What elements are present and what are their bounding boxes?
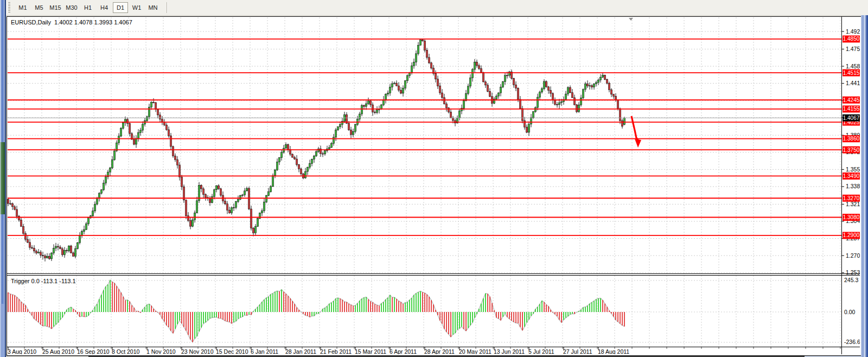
candle-body bbox=[600, 77, 602, 80]
candle-body bbox=[298, 164, 300, 169]
candle-body bbox=[607, 79, 608, 83]
candle-body bbox=[476, 62, 478, 66]
tf-button-H4[interactable]: H4 bbox=[97, 2, 112, 13]
price-level-badge-text: 1.3860 bbox=[843, 136, 860, 142]
candle-body bbox=[609, 83, 610, 90]
candle-body bbox=[396, 83, 398, 86]
tf-button-W1[interactable]: W1 bbox=[129, 2, 144, 13]
candle-body bbox=[470, 78, 471, 86]
candle-body bbox=[385, 94, 387, 100]
date-label: 25 Aug 2010 bbox=[42, 348, 74, 354]
candle-body bbox=[381, 105, 382, 109]
candle-body bbox=[92, 211, 94, 216]
candle-body bbox=[331, 143, 333, 147]
date-label: 1 Nov 2010 bbox=[146, 348, 176, 354]
candle-body bbox=[60, 247, 61, 248]
candle-body bbox=[539, 92, 541, 97]
date-label: 15 Dec 2010 bbox=[216, 348, 248, 354]
candle-body bbox=[246, 188, 248, 191]
tf-button-M30[interactable]: M30 bbox=[64, 2, 79, 13]
left-window-edge bbox=[0, 0, 6, 357]
indicator-envelope-line bbox=[8, 280, 624, 342]
trend-arrow-head bbox=[635, 139, 641, 148]
toolbar-grip-icon[interactable] bbox=[8, 2, 10, 13]
candle-body bbox=[615, 96, 617, 100]
price-level-badge-text: 1.4850 bbox=[843, 36, 860, 42]
candle-body bbox=[583, 90, 584, 98]
tf-button-M15[interactable]: M15 bbox=[48, 2, 63, 13]
candle-body bbox=[164, 123, 165, 125]
candle-body bbox=[337, 127, 339, 130]
candle-body bbox=[557, 105, 558, 105]
candle-body bbox=[596, 82, 597, 84]
candle-body bbox=[526, 127, 528, 132]
background-app-sliver bbox=[1, 142, 5, 214]
candle-body bbox=[604, 75, 606, 80]
candle-body bbox=[554, 100, 556, 105]
tf-button-M5[interactable]: M5 bbox=[31, 2, 47, 13]
candle-body bbox=[593, 84, 595, 87]
candle-body bbox=[544, 81, 545, 88]
bar-position-marker bbox=[629, 18, 633, 21]
candle-body bbox=[515, 85, 517, 88]
candle-body bbox=[424, 41, 426, 50]
candle-body bbox=[68, 246, 70, 251]
tf-button-M1[interactable]: M1 bbox=[15, 2, 30, 13]
date-label: 8 Oct 2010 bbox=[112, 348, 140, 354]
price-tick-label: 1.2700 bbox=[846, 252, 860, 259]
price-tick-label: 1.3385 bbox=[846, 183, 860, 189]
candle-body bbox=[129, 124, 131, 134]
candle-body bbox=[220, 189, 222, 195]
date-label: 6 Apr 2011 bbox=[390, 348, 417, 354]
candle-body bbox=[439, 86, 441, 93]
tf-button-D1[interactable]: D1 bbox=[113, 2, 128, 13]
candle-body bbox=[559, 103, 560, 105]
candle-body bbox=[270, 187, 272, 192]
candle-body bbox=[40, 252, 42, 256]
candle-body bbox=[29, 243, 31, 247]
candle-body bbox=[42, 255, 44, 256]
candle-body bbox=[370, 101, 372, 105]
chart-canvas[interactable]: 1.49251.47501.45801.44101.42401.40701.38… bbox=[7, 17, 860, 354]
candle-body bbox=[340, 124, 341, 126]
candle-body bbox=[487, 85, 489, 92]
date-label: 5 Jul 2011 bbox=[528, 348, 554, 354]
current-price-badge-text: 1.4067 bbox=[843, 115, 860, 121]
candle-body bbox=[73, 253, 74, 256]
indicator-tick-label: 0.00 bbox=[844, 309, 856, 315]
candle-body bbox=[353, 131, 354, 135]
candle-body bbox=[535, 107, 537, 112]
candle-body bbox=[77, 243, 79, 248]
candle-body bbox=[574, 98, 576, 105]
candle-body bbox=[94, 204, 96, 211]
candle-body bbox=[118, 136, 120, 143]
tf-button-H1[interactable]: H1 bbox=[80, 2, 95, 13]
candle-body bbox=[62, 249, 63, 255]
candle-body bbox=[598, 80, 599, 82]
candle-body bbox=[18, 216, 20, 220]
candle-body bbox=[613, 94, 615, 97]
candle-body bbox=[468, 86, 469, 93]
candle-body bbox=[474, 62, 476, 69]
candle-body bbox=[426, 50, 428, 57]
candle-body bbox=[528, 124, 530, 132]
candle-body bbox=[240, 195, 241, 199]
candle-body bbox=[71, 246, 72, 253]
candle-body bbox=[496, 96, 497, 99]
candle-body bbox=[218, 186, 220, 189]
candle-body bbox=[196, 201, 198, 213]
indicator-label: Trigger 0.0 -113.1 -113.1 bbox=[11, 278, 76, 284]
right-window-edge[interactable] bbox=[861, 15, 868, 357]
candle-body bbox=[251, 209, 252, 228]
candle-body bbox=[25, 233, 27, 239]
candle-body bbox=[166, 125, 168, 130]
candle-body bbox=[44, 256, 46, 258]
candle-body bbox=[10, 203, 11, 204]
date-label: 28 Apr 2011 bbox=[424, 348, 455, 354]
price-level-badge-text: 1.2900 bbox=[843, 232, 860, 238]
tf-button-MN[interactable]: MN bbox=[145, 2, 161, 13]
candle-body bbox=[565, 94, 567, 99]
candle-body bbox=[485, 82, 487, 85]
timeframe-toolbar: M1M5M15M30H1H4D1W1MN bbox=[6, 0, 868, 16]
candle-body bbox=[255, 226, 257, 233]
